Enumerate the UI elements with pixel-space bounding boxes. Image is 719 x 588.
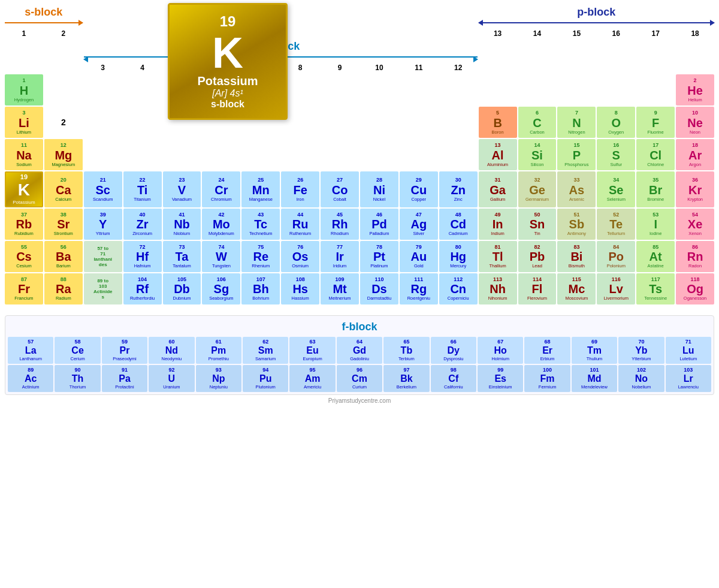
element-Tl[interactable]: 81 Tl Thallium (479, 241, 517, 272)
element-Nb[interactable]: 41 Nb Niobium (163, 209, 201, 240)
element-Mt[interactable]: 109 Mt Meitnerium (321, 273, 359, 304)
element-Hs[interactable]: 108 Hs Hassium (281, 273, 319, 304)
element-Lr[interactable]: 103 Lr Lawrenciu (666, 365, 711, 392)
element-Sg[interactable]: 106 Sg Seaborgium (202, 273, 240, 304)
element-Bi[interactable]: 83 Bi Bismuth (557, 241, 596, 272)
element-Cu[interactable]: 29 Cu Copper (400, 171, 438, 207)
element-Br[interactable]: 35 Br Bromine (636, 171, 675, 207)
element-Ne[interactable]: 10 Ne Neon (676, 107, 714, 138)
element-Ra[interactable]: 88 Ra Radium (44, 273, 83, 304)
element-Pd[interactable]: 46 Pd Palladium (360, 209, 398, 240)
element-Pm[interactable]: 61 Pm Promethiu (196, 337, 241, 364)
element-Ho[interactable]: 67 Ho Holmium (478, 337, 523, 364)
element-H[interactable]: 1 H Hydrogen (5, 74, 43, 105)
element-Ca[interactable]: 20 Ca Calcium (44, 171, 83, 207)
element-Rf[interactable]: 104 Rf Rutherfordiu (123, 273, 162, 304)
element-Gd[interactable]: 64 Gd Gadoliniu (337, 337, 382, 364)
element-Te[interactable]: 52 Te Tellurium (597, 209, 635, 240)
element-Zr[interactable]: 40 Zr Zirconium (123, 209, 162, 240)
element-Pa[interactable]: 91 Pa Protactini (102, 365, 147, 392)
element-Ts[interactable]: 117 Ts Tennessine (636, 273, 675, 304)
element-Fe[interactable]: 26 Fe Iron (281, 171, 319, 207)
element-Lu[interactable]: 71 Lu Lutetium (666, 337, 711, 364)
element-W[interactable]: 74 W Tungsten (202, 241, 240, 272)
element-Tb[interactable]: 65 Tb Terbium (383, 337, 429, 364)
element-Ru[interactable]: 44 Ru Ruthenium (281, 209, 319, 240)
element-As[interactable]: 33 As Arsenic (557, 171, 596, 207)
element-C[interactable]: 6 C Carbon (518, 107, 557, 138)
element-Cn[interactable]: 112 Cn Coperniciu (439, 273, 478, 304)
element-O[interactable]: 8 O Oxygen (597, 107, 635, 138)
element-V[interactable]: 23 V Vanadium (163, 171, 201, 207)
element-Sr[interactable]: 38 Sr Strontium (44, 209, 83, 240)
element-Am[interactable]: 95 Am Americiu (289, 365, 335, 392)
element-Es[interactable]: 99 Es Einsteinium (478, 365, 523, 392)
element-Sb[interactable]: 51 Sb Antimony (557, 209, 596, 240)
element-Fl[interactable]: 114 Fl Flerovium (518, 273, 557, 304)
element-U[interactable]: 92 U Uranium (149, 365, 194, 392)
element-Tm[interactable]: 69 Tm Thulium (572, 337, 617, 364)
element-Er[interactable]: 68 Er Erbium (524, 337, 570, 364)
element-Rg[interactable]: 111 Rg Roentgeniu (400, 273, 438, 304)
element-Cl[interactable]: 17 Cl Chlorine (636, 139, 675, 170)
element-Al[interactable]: 13 Al Aluminium (479, 139, 517, 170)
element-Y[interactable]: 39 Y Yttrium (84, 209, 122, 240)
element-Ta[interactable]: 73 Ta Tantalum (163, 241, 201, 272)
element-In[interactable]: 49 In Indium (479, 209, 517, 240)
element-Sm[interactable]: 62 Sm Samarium (243, 337, 288, 364)
element-Ds[interactable]: 110 Ds Darmstadtiu (360, 273, 398, 304)
element-Ba[interactable]: 56 Ba Barium (44, 241, 83, 272)
element-Og[interactable]: 118 Og Oganesson (676, 273, 714, 304)
element-Pt[interactable]: 78 Pt Platinum (360, 241, 398, 272)
element-Sn[interactable]: 50 Sn Tin (518, 209, 557, 240)
element-Ge[interactable]: 32 Ge Germanium (518, 171, 557, 207)
element-Hf[interactable]: 72 Hf Hafnium (123, 241, 162, 272)
element-Pu[interactable]: 94 Pu Plutonium (243, 365, 288, 392)
element-Nh[interactable]: 113 Nh Nihonium (479, 273, 517, 304)
element-Dy[interactable]: 66 Dy Dysprosiu (431, 337, 476, 364)
element-Cd[interactable]: 48 Cd Cadmium (439, 209, 478, 240)
element-Ar[interactable]: 18 Ar Argon (676, 139, 714, 170)
element-Lv[interactable]: 116 Lv Livermorium (597, 273, 635, 304)
element-Fr[interactable]: 87 Fr Francium (5, 273, 43, 304)
element-Ac[interactable]: 89 Ac Actinium (8, 365, 53, 392)
element-S[interactable]: 16 S Sulfur (597, 139, 635, 170)
element-Au[interactable]: 79 Au Gold (400, 241, 438, 272)
element-Si[interactable]: 14 Si Silicon (518, 139, 557, 170)
element-N[interactable]: 7 N Nitrogen (557, 107, 596, 138)
element-Rn[interactable]: 86 Rn Radon (676, 241, 714, 272)
element-Mc[interactable]: 115 Mc Moscovium (557, 273, 596, 304)
element-Th[interactable]: 90 Th Thorium (55, 365, 100, 392)
element-Yb[interactable]: 70 Yb Ytterbium (618, 337, 664, 364)
element-Mo[interactable]: 42 Mo Molybdenum (202, 209, 240, 240)
element-Fm[interactable]: 100 Fm Fermium (524, 365, 570, 392)
element-Rh[interactable]: 45 Rh Rhodium (321, 209, 359, 240)
element-Se[interactable]: 34 Se Selenium (597, 171, 635, 207)
element-Ga[interactable]: 31 Ga Gallium (479, 171, 517, 207)
element-Np[interactable]: 93 Np Neptuniu (196, 365, 241, 392)
element-He[interactable]: 2 He Helium (676, 74, 714, 105)
element-Ag[interactable]: 47 Ag Silver (400, 209, 438, 240)
element-Sc[interactable]: 21 Sc Scandium (84, 171, 122, 207)
element-F[interactable]: 9 F Fluorine (636, 107, 675, 138)
element-Cm[interactable]: 96 Cm Curium (337, 365, 382, 392)
element-Eu[interactable]: 63 Eu Europium (289, 337, 335, 364)
element-Zn[interactable]: 30 Zn Zinc (439, 171, 478, 207)
element-I[interactable]: 53 I Iodine (636, 209, 675, 240)
element-P[interactable]: 15 P Phosphorus (557, 139, 596, 170)
element-B[interactable]: 5 B Boron (479, 107, 517, 138)
element-La[interactable]: 57 La Lanthanum (8, 337, 53, 364)
element-Bh[interactable]: 107 Bh Bohrium (241, 273, 280, 304)
element-Mg[interactable]: 12 Mg Magnesium (44, 139, 83, 170)
element-Co[interactable]: 27 Co Cobalt (321, 171, 359, 207)
element-Ti[interactable]: 22 Ti Titanium (123, 171, 162, 207)
element-Cf[interactable]: 98 Cf Californiu (431, 365, 476, 392)
element-Li[interactable]: 3 Li Lithium (5, 107, 43, 138)
element-At[interactable]: 85 At Astatine (636, 241, 675, 272)
element-Po[interactable]: 84 Po Polonium (597, 241, 635, 272)
element-Ir[interactable]: 77 Ir Iridium (321, 241, 359, 272)
element-Nd[interactable]: 60 Nd Neodymiu (149, 337, 194, 364)
element-K[interactable]: 19 K Potassium (5, 171, 43, 207)
element-Pr[interactable]: 59 Pr Praseodymi (102, 337, 147, 364)
element-Tc[interactable]: 43 Tc Technetium (241, 209, 280, 240)
